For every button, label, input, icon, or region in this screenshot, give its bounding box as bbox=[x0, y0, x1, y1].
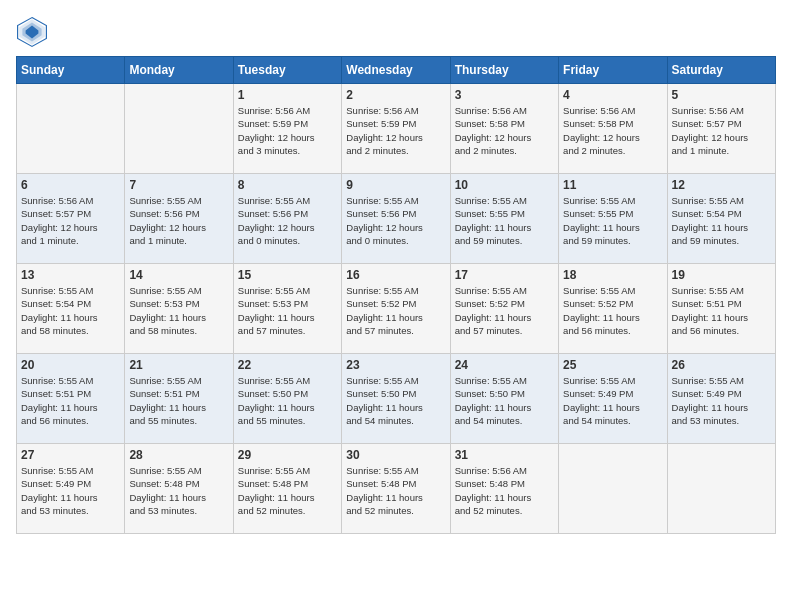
day-number: 9 bbox=[346, 178, 445, 192]
calendar-day-cell: 26Sunrise: 5:55 AM Sunset: 5:49 PM Dayli… bbox=[667, 354, 775, 444]
day-number: 10 bbox=[455, 178, 554, 192]
day-info: Sunrise: 5:55 AM Sunset: 5:51 PM Dayligh… bbox=[21, 374, 120, 427]
calendar-day-cell: 6Sunrise: 5:56 AM Sunset: 5:57 PM Daylig… bbox=[17, 174, 125, 264]
calendar-day-cell: 23Sunrise: 5:55 AM Sunset: 5:50 PM Dayli… bbox=[342, 354, 450, 444]
day-number: 22 bbox=[238, 358, 337, 372]
day-of-week-header: Wednesday bbox=[342, 57, 450, 84]
day-info: Sunrise: 5:56 AM Sunset: 5:59 PM Dayligh… bbox=[238, 104, 337, 157]
day-info: Sunrise: 5:56 AM Sunset: 5:59 PM Dayligh… bbox=[346, 104, 445, 157]
calendar-table: SundayMondayTuesdayWednesdayThursdayFrid… bbox=[16, 56, 776, 534]
calendar-day-cell bbox=[17, 84, 125, 174]
day-number: 1 bbox=[238, 88, 337, 102]
day-info: Sunrise: 5:55 AM Sunset: 5:56 PM Dayligh… bbox=[346, 194, 445, 247]
calendar-day-cell: 9Sunrise: 5:55 AM Sunset: 5:56 PM Daylig… bbox=[342, 174, 450, 264]
calendar-day-cell: 20Sunrise: 5:55 AM Sunset: 5:51 PM Dayli… bbox=[17, 354, 125, 444]
calendar-day-cell: 10Sunrise: 5:55 AM Sunset: 5:55 PM Dayli… bbox=[450, 174, 558, 264]
day-number: 30 bbox=[346, 448, 445, 462]
day-number: 3 bbox=[455, 88, 554, 102]
calendar-day-cell bbox=[125, 84, 233, 174]
day-of-week-header: Sunday bbox=[17, 57, 125, 84]
day-of-week-header: Monday bbox=[125, 57, 233, 84]
calendar-day-cell: 4Sunrise: 5:56 AM Sunset: 5:58 PM Daylig… bbox=[559, 84, 667, 174]
calendar-day-cell: 8Sunrise: 5:55 AM Sunset: 5:56 PM Daylig… bbox=[233, 174, 341, 264]
day-of-week-header: Friday bbox=[559, 57, 667, 84]
logo bbox=[16, 16, 52, 48]
calendar-day-cell: 12Sunrise: 5:55 AM Sunset: 5:54 PM Dayli… bbox=[667, 174, 775, 264]
calendar-week-row: 13Sunrise: 5:55 AM Sunset: 5:54 PM Dayli… bbox=[17, 264, 776, 354]
day-info: Sunrise: 5:55 AM Sunset: 5:50 PM Dayligh… bbox=[346, 374, 445, 427]
day-of-week-header: Thursday bbox=[450, 57, 558, 84]
calendar-day-cell: 14Sunrise: 5:55 AM Sunset: 5:53 PM Dayli… bbox=[125, 264, 233, 354]
calendar-day-cell: 15Sunrise: 5:55 AM Sunset: 5:53 PM Dayli… bbox=[233, 264, 341, 354]
day-number: 7 bbox=[129, 178, 228, 192]
day-number: 23 bbox=[346, 358, 445, 372]
day-number: 14 bbox=[129, 268, 228, 282]
day-info: Sunrise: 5:55 AM Sunset: 5:55 PM Dayligh… bbox=[455, 194, 554, 247]
page-header bbox=[16, 16, 776, 48]
day-number: 13 bbox=[21, 268, 120, 282]
day-info: Sunrise: 5:55 AM Sunset: 5:56 PM Dayligh… bbox=[129, 194, 228, 247]
day-number: 5 bbox=[672, 88, 771, 102]
calendar-day-cell bbox=[559, 444, 667, 534]
day-info: Sunrise: 5:55 AM Sunset: 5:54 PM Dayligh… bbox=[21, 284, 120, 337]
day-number: 25 bbox=[563, 358, 662, 372]
calendar-day-cell: 2Sunrise: 5:56 AM Sunset: 5:59 PM Daylig… bbox=[342, 84, 450, 174]
day-number: 26 bbox=[672, 358, 771, 372]
day-info: Sunrise: 5:55 AM Sunset: 5:56 PM Dayligh… bbox=[238, 194, 337, 247]
day-info: Sunrise: 5:55 AM Sunset: 5:53 PM Dayligh… bbox=[129, 284, 228, 337]
calendar-day-cell: 22Sunrise: 5:55 AM Sunset: 5:50 PM Dayli… bbox=[233, 354, 341, 444]
calendar-day-cell: 11Sunrise: 5:55 AM Sunset: 5:55 PM Dayli… bbox=[559, 174, 667, 264]
day-number: 20 bbox=[21, 358, 120, 372]
calendar-day-cell: 27Sunrise: 5:55 AM Sunset: 5:49 PM Dayli… bbox=[17, 444, 125, 534]
day-number: 27 bbox=[21, 448, 120, 462]
day-number: 16 bbox=[346, 268, 445, 282]
day-info: Sunrise: 5:55 AM Sunset: 5:52 PM Dayligh… bbox=[563, 284, 662, 337]
day-info: Sunrise: 5:56 AM Sunset: 5:57 PM Dayligh… bbox=[21, 194, 120, 247]
day-info: Sunrise: 5:55 AM Sunset: 5:48 PM Dayligh… bbox=[346, 464, 445, 517]
calendar-day-cell: 13Sunrise: 5:55 AM Sunset: 5:54 PM Dayli… bbox=[17, 264, 125, 354]
day-info: Sunrise: 5:56 AM Sunset: 5:58 PM Dayligh… bbox=[455, 104, 554, 157]
calendar-day-cell: 16Sunrise: 5:55 AM Sunset: 5:52 PM Dayli… bbox=[342, 264, 450, 354]
day-of-week-header: Tuesday bbox=[233, 57, 341, 84]
day-info: Sunrise: 5:55 AM Sunset: 5:53 PM Dayligh… bbox=[238, 284, 337, 337]
day-info: Sunrise: 5:56 AM Sunset: 5:48 PM Dayligh… bbox=[455, 464, 554, 517]
day-of-week-header: Saturday bbox=[667, 57, 775, 84]
day-info: Sunrise: 5:56 AM Sunset: 5:57 PM Dayligh… bbox=[672, 104, 771, 157]
day-info: Sunrise: 5:55 AM Sunset: 5:52 PM Dayligh… bbox=[346, 284, 445, 337]
calendar-header-row: SundayMondayTuesdayWednesdayThursdayFrid… bbox=[17, 57, 776, 84]
calendar-day-cell: 17Sunrise: 5:55 AM Sunset: 5:52 PM Dayli… bbox=[450, 264, 558, 354]
day-info: Sunrise: 5:55 AM Sunset: 5:50 PM Dayligh… bbox=[455, 374, 554, 427]
calendar-day-cell: 24Sunrise: 5:55 AM Sunset: 5:50 PM Dayli… bbox=[450, 354, 558, 444]
calendar-day-cell: 18Sunrise: 5:55 AM Sunset: 5:52 PM Dayli… bbox=[559, 264, 667, 354]
logo-icon bbox=[16, 16, 48, 48]
day-info: Sunrise: 5:55 AM Sunset: 5:49 PM Dayligh… bbox=[672, 374, 771, 427]
day-info: Sunrise: 5:55 AM Sunset: 5:52 PM Dayligh… bbox=[455, 284, 554, 337]
day-number: 21 bbox=[129, 358, 228, 372]
calendar-day-cell: 30Sunrise: 5:55 AM Sunset: 5:48 PM Dayli… bbox=[342, 444, 450, 534]
calendar-day-cell: 5Sunrise: 5:56 AM Sunset: 5:57 PM Daylig… bbox=[667, 84, 775, 174]
day-number: 28 bbox=[129, 448, 228, 462]
day-info: Sunrise: 5:55 AM Sunset: 5:49 PM Dayligh… bbox=[563, 374, 662, 427]
day-number: 15 bbox=[238, 268, 337, 282]
day-number: 2 bbox=[346, 88, 445, 102]
calendar-day-cell: 31Sunrise: 5:56 AM Sunset: 5:48 PM Dayli… bbox=[450, 444, 558, 534]
day-number: 12 bbox=[672, 178, 771, 192]
day-number: 31 bbox=[455, 448, 554, 462]
day-number: 17 bbox=[455, 268, 554, 282]
calendar-day-cell: 19Sunrise: 5:55 AM Sunset: 5:51 PM Dayli… bbox=[667, 264, 775, 354]
calendar-day-cell: 7Sunrise: 5:55 AM Sunset: 5:56 PM Daylig… bbox=[125, 174, 233, 264]
calendar-day-cell: 3Sunrise: 5:56 AM Sunset: 5:58 PM Daylig… bbox=[450, 84, 558, 174]
day-number: 29 bbox=[238, 448, 337, 462]
day-number: 11 bbox=[563, 178, 662, 192]
calendar-day-cell: 28Sunrise: 5:55 AM Sunset: 5:48 PM Dayli… bbox=[125, 444, 233, 534]
calendar-day-cell bbox=[667, 444, 775, 534]
calendar-day-cell: 21Sunrise: 5:55 AM Sunset: 5:51 PM Dayli… bbox=[125, 354, 233, 444]
day-number: 8 bbox=[238, 178, 337, 192]
day-info: Sunrise: 5:55 AM Sunset: 5:48 PM Dayligh… bbox=[238, 464, 337, 517]
day-info: Sunrise: 5:55 AM Sunset: 5:51 PM Dayligh… bbox=[672, 284, 771, 337]
day-info: Sunrise: 5:56 AM Sunset: 5:58 PM Dayligh… bbox=[563, 104, 662, 157]
day-info: Sunrise: 5:55 AM Sunset: 5:48 PM Dayligh… bbox=[129, 464, 228, 517]
day-info: Sunrise: 5:55 AM Sunset: 5:50 PM Dayligh… bbox=[238, 374, 337, 427]
calendar-week-row: 20Sunrise: 5:55 AM Sunset: 5:51 PM Dayli… bbox=[17, 354, 776, 444]
day-info: Sunrise: 5:55 AM Sunset: 5:49 PM Dayligh… bbox=[21, 464, 120, 517]
